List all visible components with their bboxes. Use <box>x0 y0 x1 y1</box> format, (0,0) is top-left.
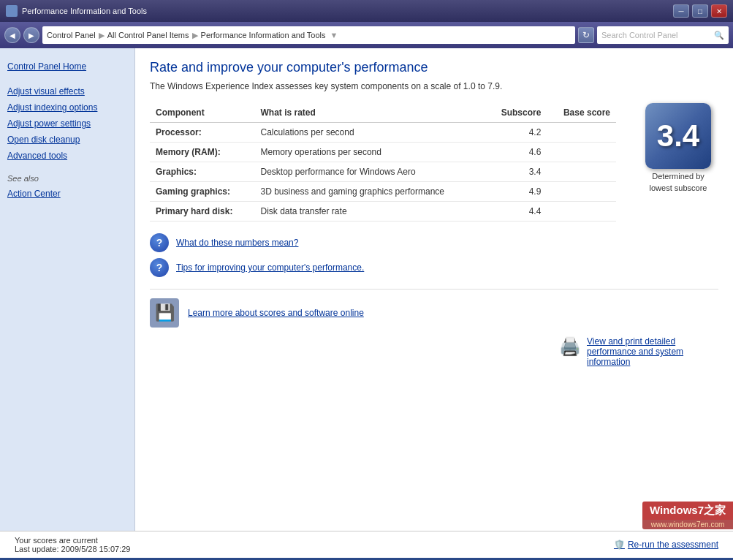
breadcrumb-sep-1: ▶ <box>99 31 105 40</box>
watermark-sub: www.windows7en.com <box>642 520 733 529</box>
subscore-memory: 4.6 <box>486 143 547 162</box>
score-label-1: Determined by <box>638 172 718 181</box>
search-icon[interactable]: 🔍 <box>714 31 724 40</box>
forward-button[interactable]: ▶ <box>23 27 39 43</box>
close-button[interactable]: ✕ <box>711 4 727 18</box>
help-item-1: ? What do these numbers mean? <box>150 233 718 252</box>
sidebar-label-disk-cleanup: Open disk cleanup <box>7 135 80 145</box>
info-link[interactable]: Learn more about scores and software onl… <box>188 308 364 318</box>
rerun-button[interactable]: 🛡️ Re-run the assessment <box>614 540 718 550</box>
status-bar: Your scores are current Last update: 200… <box>0 531 733 558</box>
what-gaming: 3D business and gaming graphics performa… <box>255 182 486 202</box>
sidebar-label-power: Adjust power settings <box>7 118 91 129</box>
table-main: Component What is rated Subscore Base sc… <box>150 103 616 233</box>
subscore-processor: 4.2 <box>486 123 547 143</box>
sidebar-item-advanced-tools[interactable]: Advanced tools <box>0 148 134 164</box>
table-row: Gaming graphics: 3D business and gaming … <box>150 182 616 202</box>
search-placeholder: Search Control Panel <box>601 31 678 39</box>
help-icon-2: ? <box>150 258 169 277</box>
sidebar-item-indexing[interactable]: Adjust indexing options <box>0 99 134 116</box>
rerun-label[interactable]: Re-run the assessment <box>628 540 718 550</box>
subscore-graphics: 3.4 <box>486 162 547 182</box>
table-wrapper: Component What is rated Subscore Base sc… <box>150 103 718 233</box>
col-component: Component <box>150 103 255 123</box>
info-icon: 💾 <box>150 298 179 328</box>
sidebar-label-indexing: Adjust indexing options <box>7 102 97 113</box>
maximize-button[interactable]: □ <box>692 4 708 18</box>
see-also-label: See also <box>0 164 134 186</box>
subscore-gaming: 4.9 <box>486 182 547 202</box>
sidebar: Control Panel Home Adjust visual effects… <box>0 48 135 531</box>
help-item-2: ? Tips for improving your computer's per… <box>150 258 718 277</box>
breadcrumb-item-1[interactable]: Control Panel <box>47 31 96 39</box>
sidebar-home[interactable]: Control Panel Home <box>0 56 134 77</box>
address-bar: ◀ ▶ Control Panel ▶ All Control Panel It… <box>0 22 733 48</box>
sidebar-label-visual-effects: Adjust visual effects <box>7 86 85 97</box>
sidebar-item-action-center[interactable]: Action Center <box>0 186 134 202</box>
watermark-sub-label: www.windows7en.com <box>651 521 725 529</box>
col-what: What is rated <box>255 103 486 123</box>
col-subscore: Subscore <box>486 103 547 123</box>
score-table: Component What is rated Subscore Base sc… <box>150 103 616 222</box>
minimize-button[interactable]: ─ <box>673 4 689 18</box>
component-graphics: Graphics: <box>150 162 255 182</box>
what-processor: Calculations per second <box>255 123 486 143</box>
window-title: Performance Information and Tools <box>22 7 147 15</box>
score-label-2: lowest subscore <box>638 183 718 192</box>
refresh-button[interactable]: ↻ <box>578 27 594 43</box>
page-title: Rate and improve your computer's perform… <box>150 60 718 75</box>
help-section: ? What do these numbers mean? ? Tips for… <box>150 233 718 277</box>
table-row: Primary hard disk: Disk data transfer ra… <box>150 202 616 222</box>
printer-icon: 🖨️ <box>559 336 581 357</box>
search-bar[interactable]: Search Control Panel 🔍 <box>597 26 729 44</box>
help-link-2[interactable]: Tips for improving your computer's perfo… <box>176 262 364 273</box>
main-layout: Control Panel Home Adjust visual effects… <box>0 48 733 531</box>
info-section: 💾 Learn more about scores and software o… <box>150 289 718 328</box>
sidebar-divider <box>0 77 134 83</box>
status-last-update: Last update: 2009/5/28 15:07:29 <box>15 545 130 553</box>
table-row: Processor: Calculations per second 4.2 <box>150 123 616 143</box>
window-controls: ─ □ ✕ <box>673 4 727 18</box>
what-disk: Disk data transfer rate <box>255 202 486 222</box>
sidebar-label-advanced-tools: Advanced tools <box>7 151 67 161</box>
print-link-section: 🖨️ View and print detailed performance a… <box>150 336 718 373</box>
score-badge-area: 3.4 Determined by lowest subscore <box>638 103 718 233</box>
what-graphics: Desktop performance for Windows Aero <box>255 162 486 182</box>
watermark-label: Windows7之家 <box>650 504 726 516</box>
table-row: Graphics: Desktop performance for Window… <box>150 162 616 182</box>
title-bar-left: Performance Information and Tools <box>6 5 147 17</box>
breadcrumb-sep-2: ▶ <box>192 31 198 40</box>
status-current: Your scores are current <box>15 536 130 545</box>
watermark-area: Windows7之家 www.windows7en.com <box>642 502 733 529</box>
breadcrumb-dropdown[interactable]: ▼ <box>330 31 338 39</box>
sidebar-item-power[interactable]: Adjust power settings <box>0 116 134 132</box>
app-icon <box>6 5 18 17</box>
score-value: 3.4 <box>657 118 699 154</box>
sidebar-item-disk-cleanup[interactable]: Open disk cleanup <box>0 132 134 148</box>
help-link-1[interactable]: What do these numbers mean? <box>176 238 298 248</box>
what-memory: Memory operations per second <box>255 143 486 162</box>
component-processor: Processor: <box>150 123 255 143</box>
sidebar-item-visual-effects[interactable]: Adjust visual effects <box>0 83 134 99</box>
back-button[interactable]: ◀ <box>4 27 20 43</box>
breadcrumb[interactable]: Control Panel ▶ All Control Panel Items … <box>42 26 575 44</box>
breadcrumb-item-3[interactable]: Performance Information and Tools <box>201 31 326 39</box>
page-description: The Windows Experience Index assesses ke… <box>150 81 718 91</box>
info-icon-glyph: 💾 <box>155 303 175 322</box>
col-basescore: Base score <box>547 103 616 123</box>
print-link[interactable]: View and print detailed performance and … <box>587 336 718 367</box>
help-icon-1: ? <box>150 233 169 252</box>
table-row: Memory (RAM): Memory operations per seco… <box>150 143 616 162</box>
status-info: Your scores are current Last update: 200… <box>15 536 130 553</box>
score-badge: 3.4 <box>645 103 711 169</box>
component-memory: Memory (RAM): <box>150 143 255 162</box>
title-bar: Performance Information and Tools ─ □ ✕ <box>0 0 733 22</box>
sidebar-label-action-center: Action Center <box>7 189 61 199</box>
rerun-icon: 🛡️ <box>614 540 625 550</box>
component-disk: Primary hard disk: <box>150 202 255 222</box>
content-area: Rate and improve your computer's perform… <box>135 48 733 531</box>
breadcrumb-item-2[interactable]: All Control Panel Items <box>107 31 189 39</box>
watermark-text: Windows7之家 <box>642 502 733 520</box>
subscore-disk: 4.4 <box>486 202 547 222</box>
component-gaming: Gaming graphics: <box>150 182 255 202</box>
